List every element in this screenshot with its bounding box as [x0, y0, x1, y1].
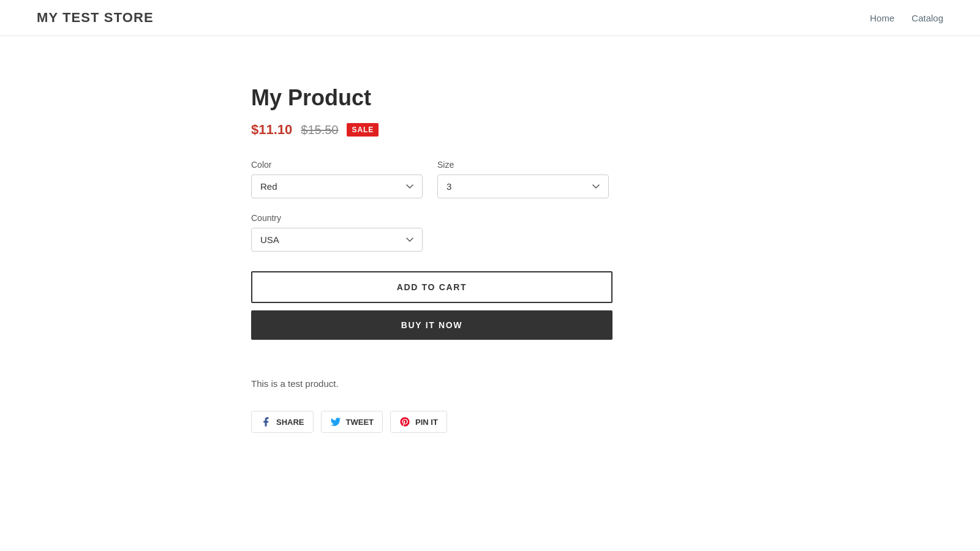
- twitter-tweet-button[interactable]: TWEET: [321, 411, 383, 433]
- country-option-group: Country USA Canada UK Australia: [251, 213, 423, 252]
- nav-home[interactable]: Home: [870, 13, 894, 23]
- country-row: Country USA Canada UK Australia: [251, 213, 729, 252]
- twitter-icon: [330, 416, 341, 427]
- size-select[interactable]: 1 2 3 4 5: [437, 174, 609, 198]
- price-section: $11.10 $15.50 SALE: [251, 122, 729, 138]
- color-label: Color: [251, 160, 423, 170]
- pinterest-icon: [399, 416, 410, 427]
- color-select[interactable]: Red Blue Green Black White: [251, 174, 423, 198]
- store-title: MY TEST STORE: [37, 10, 154, 26]
- add-to-cart-button[interactable]: ADD TO CART: [251, 271, 612, 303]
- size-label: Size: [437, 160, 609, 170]
- color-option-group: Color Red Blue Green Black White: [251, 160, 423, 198]
- pin-label: PIN IT: [415, 418, 438, 427]
- country-select[interactable]: USA Canada UK Australia: [251, 228, 423, 252]
- social-share-section: SHARE TWEET PIN IT: [251, 411, 729, 433]
- nav-catalog[interactable]: Catalog: [911, 13, 943, 23]
- buttons-section: ADD TO CART BUY IT NOW: [251, 271, 729, 340]
- main-nav: Home Catalog: [870, 13, 943, 23]
- tweet-label: TWEET: [346, 418, 374, 427]
- facebook-share-button[interactable]: SHARE: [251, 411, 314, 433]
- options-section: Color Red Blue Green Black White Size 1 …: [251, 160, 729, 252]
- product-title: My Product: [251, 85, 729, 111]
- sale-badge: SALE: [347, 123, 379, 137]
- size-option-group: Size 1 2 3 4 5: [437, 160, 609, 198]
- facebook-icon: [260, 416, 271, 427]
- sale-price: $11.10: [251, 122, 292, 138]
- product-description: This is a test product.: [251, 377, 729, 391]
- country-label: Country: [251, 213, 423, 223]
- color-size-row: Color Red Blue Green Black White Size 1 …: [251, 160, 729, 198]
- buy-it-now-button[interactable]: BUY IT NOW: [251, 310, 612, 340]
- share-label: SHARE: [276, 418, 304, 427]
- original-price: $15.50: [301, 123, 338, 137]
- pinterest-pin-button[interactable]: PIN IT: [390, 411, 447, 433]
